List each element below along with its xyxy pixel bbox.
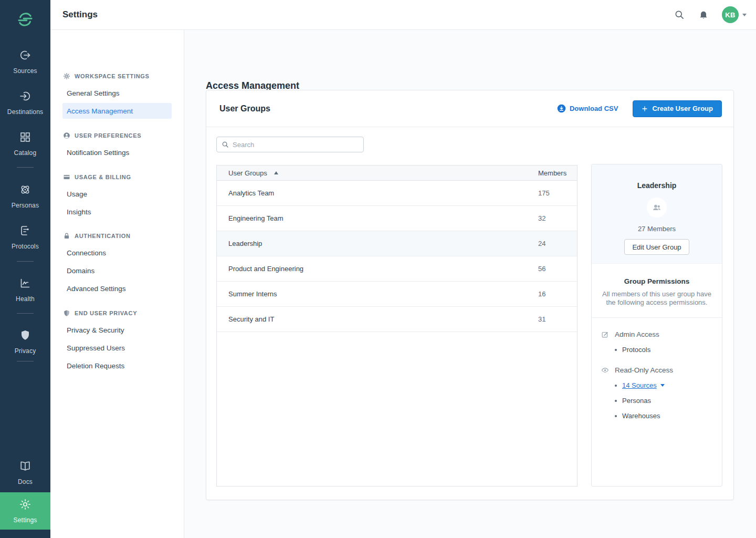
rail-item-docs[interactable]: Docs (0, 460, 50, 485)
chevron-down-icon (742, 14, 747, 16)
personas-icon (19, 183, 32, 198)
table-header-row: User Groups Members (217, 165, 577, 181)
column-header-members: Members (538, 169, 577, 177)
rail-item-privacy[interactable]: Privacy (0, 329, 50, 355)
section-workspace-settings: WORKSPACE SETTINGS (63, 72, 150, 80)
rail-divider (17, 167, 34, 168)
bullet-dot (615, 349, 617, 351)
nav-item-notification-settings[interactable]: Notification Settings (67, 148, 129, 157)
nav-item-connections[interactable]: Connections (67, 249, 106, 257)
table-row[interactable]: Summer Interns 16 (217, 282, 577, 307)
rail-item-destinations[interactable]: Destinations (0, 90, 50, 116)
download-csv-link[interactable]: Download CSV (557, 104, 618, 113)
nav-item-privacy-security[interactable]: Privacy & Security (67, 326, 124, 334)
top-header: Settings KB (50, 0, 756, 30)
search-input[interactable] (233, 141, 359, 149)
privacy-shield-icon (19, 329, 32, 344)
protocols-icon (19, 224, 32, 239)
nav-item-advanced-settings[interactable]: Advanced Settings (67, 284, 126, 293)
section-end-user-privacy: END USER PRIVACY (63, 309, 137, 317)
user-circle-icon (63, 132, 70, 139)
bullet-dot (615, 400, 617, 402)
chevron-down-icon (660, 384, 665, 387)
user-groups-table: User Groups Members Analytics Team 175 E… (216, 165, 578, 487)
table-row[interactable]: Analytics Team 175 (217, 181, 577, 206)
nav-item-general-settings[interactable]: General Settings (67, 89, 120, 97)
bullet-dot (615, 415, 617, 417)
rail-item-label: Personas (12, 202, 39, 209)
create-user-group-button[interactable]: Create User Group (633, 100, 722, 117)
table-row[interactable]: Engineering Team 32 (217, 206, 577, 231)
divider (592, 317, 722, 318)
group-avatar (647, 198, 667, 218)
settings-sidebar: WORKSPACE SETTINGS General Settings Acce… (50, 30, 184, 538)
segment-logo[interactable] (0, 11, 50, 28)
rail-item-label: Health (16, 295, 35, 303)
nav-item-suppressed-users[interactable]: Suppressed Users (67, 344, 125, 352)
rail-item-label: Docs (18, 478, 33, 485)
bullet-dot (615, 385, 617, 387)
search-icon (222, 141, 229, 148)
table-row-selected[interactable]: Leadership 24 (217, 231, 577, 256)
user-menu[interactable]: KB (722, 6, 747, 23)
section-usage-billing: USAGE & BILLING (63, 173, 131, 181)
nav-item-usage[interactable]: Usage (67, 190, 87, 198)
rail-item-label: Protocols (12, 243, 39, 250)
nav-item-access-management[interactable]: Access Management (62, 103, 172, 119)
rail-item-label: Sources (13, 67, 37, 75)
destinations-icon (19, 90, 32, 105)
group-permissions: Group Permissions All members of this us… (592, 264, 722, 420)
lock-icon (63, 232, 70, 240)
readonly-access-item: Personas (601, 397, 712, 405)
group-summary: Leadership 27 Members Edit User Group (592, 164, 722, 264)
column-header-user-groups[interactable]: User Groups (217, 169, 278, 177)
edit-square-icon (601, 330, 609, 338)
credit-card-icon (63, 173, 70, 181)
main-content: Access Management Users User Groups Toke… (184, 30, 756, 538)
rail-divider (17, 313, 34, 314)
download-circle-icon (557, 104, 566, 113)
catalog-icon (19, 131, 32, 146)
search-field (216, 137, 364, 152)
avatar[interactable]: KB (722, 6, 739, 23)
app-rail: Sources Destinations Catalog Personas Pr… (0, 0, 50, 538)
docs-book-icon (19, 460, 32, 474)
card-header: User Groups Download CSV Create User Gro… (206, 90, 733, 127)
rail-item-label: Privacy (15, 347, 36, 355)
table-row[interactable]: Security and IT 31 (217, 307, 577, 332)
nav-item-insights[interactable]: Insights (67, 208, 91, 216)
section-user-preferences: USER PREFERENCES (63, 131, 141, 140)
sources-icon (19, 49, 32, 64)
gear-icon (19, 498, 32, 513)
rail-item-protocols[interactable]: Protocols (0, 224, 50, 250)
card-title: User Groups (219, 104, 270, 113)
section-authentication: AUTHENTICATION (63, 232, 131, 240)
sources-expand-link[interactable]: 14 Sources (622, 381, 665, 389)
shield-icon (63, 309, 70, 317)
rail-item-catalog[interactable]: Catalog (0, 131, 50, 157)
rail-item-personas[interactable]: Personas (0, 183, 50, 209)
rail-divider (17, 261, 34, 262)
readonly-access-item: Warehouses (601, 412, 712, 420)
nav-item-domains[interactable]: Domains (67, 266, 94, 275)
rail-item-health[interactable]: Health (0, 277, 50, 303)
rail-item-label: Settings (14, 516, 37, 524)
eye-icon (601, 366, 609, 374)
rail-divider (17, 361, 34, 361)
admin-access-item: Protocols (601, 346, 712, 354)
gear-icon (63, 73, 70, 80)
search-icon[interactable] (674, 9, 685, 20)
admin-access-row: Admin Access (601, 330, 712, 338)
nav-item-deletion-requests[interactable]: Deletion Requests (67, 361, 124, 370)
readonly-access-row: Read-Only Access (601, 366, 712, 374)
rail-item-settings[interactable]: Settings (0, 492, 50, 530)
rail-item-label: Catalog (14, 149, 37, 157)
edit-user-group-button[interactable]: Edit User Group (624, 239, 689, 255)
permissions-title: Group Permissions (601, 277, 712, 285)
rail-item-sources[interactable]: Sources (0, 49, 50, 75)
readonly-access-item: 14 Sources (601, 381, 712, 389)
plus-icon (642, 106, 648, 112)
group-name: Leadership (637, 181, 677, 190)
table-row[interactable]: Product and Engineering 56 (217, 256, 577, 282)
notifications-bell-icon[interactable] (698, 9, 709, 20)
